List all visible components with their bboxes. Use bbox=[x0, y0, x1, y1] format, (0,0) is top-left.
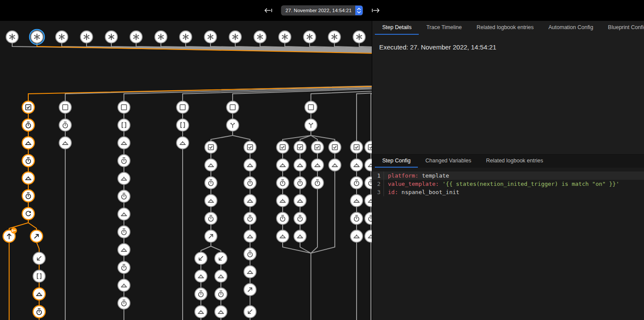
graph-node-timer[interactable] bbox=[118, 261, 130, 274]
graph-node-checkbox-blank[interactable] bbox=[118, 101, 130, 113]
graph-node-room-service[interactable] bbox=[118, 244, 130, 256]
graph-node-room-service[interactable] bbox=[277, 195, 289, 207]
graph-node-room-service[interactable] bbox=[350, 159, 363, 171]
graph-node-timer[interactable] bbox=[215, 288, 227, 300]
graph-node-timer[interactable] bbox=[244, 177, 256, 189]
tab-trace-timeline[interactable]: Trace Timeline bbox=[419, 21, 469, 35]
graph-node-refresh[interactable] bbox=[22, 208, 34, 220]
graph-node-call-split[interactable] bbox=[227, 119, 239, 131]
subtab-step-config[interactable]: Step Config bbox=[375, 155, 418, 168]
graph-node-checkbox-marked[interactable] bbox=[244, 141, 256, 153]
trigger-node[interactable] bbox=[155, 31, 167, 43]
graph-node-code-brackets[interactable] bbox=[177, 119, 189, 131]
graph-node-timer[interactable] bbox=[22, 119, 34, 131]
graph-node-arrow-bottom-left[interactable] bbox=[195, 252, 207, 264]
graph-node-room-service[interactable] bbox=[277, 230, 289, 242]
graph-node-room-service[interactable] bbox=[59, 137, 71, 149]
graph-node-code-brackets[interactable] bbox=[118, 119, 130, 131]
graph-node-room-service[interactable] bbox=[195, 270, 207, 282]
graph-node-timer[interactable] bbox=[244, 248, 256, 260]
graph-node-checkbox-marked[interactable] bbox=[329, 141, 341, 153]
graph-node-timer[interactable] bbox=[294, 177, 306, 189]
graph-node-room-service[interactable] bbox=[205, 159, 217, 171]
graph-node-timer[interactable] bbox=[277, 212, 289, 224]
graph-node-timer[interactable] bbox=[350, 212, 363, 224]
graph-node-timer[interactable] bbox=[22, 155, 34, 167]
graph-node-arrow-top-right[interactable] bbox=[205, 230, 217, 242]
graph-node-room-service[interactable] bbox=[215, 270, 227, 282]
graph-node-checkbox-blank[interactable] bbox=[59, 101, 71, 113]
trigger-node[interactable] bbox=[105, 31, 117, 43]
graph-node-arrow-top-right[interactable] bbox=[244, 284, 256, 296]
graph-node-room-service[interactable] bbox=[118, 172, 130, 185]
trigger-node[interactable] bbox=[80, 31, 93, 43]
trigger-node[interactable] bbox=[304, 31, 316, 43]
selected-trigger-node[interactable] bbox=[30, 30, 44, 44]
graph-node-room-service[interactable] bbox=[350, 230, 363, 242]
tab-blueprint-config[interactable]: Blueprint Config bbox=[601, 21, 644, 35]
tab-automation-config[interactable]: Automation Config bbox=[541, 21, 601, 35]
graph-node-room-service[interactable] bbox=[294, 230, 306, 242]
graph-node-room-service[interactable] bbox=[294, 159, 306, 171]
graph-node-room-service[interactable] bbox=[177, 137, 189, 149]
graph-node-room-service[interactable] bbox=[195, 306, 207, 318]
graph-node-room-service[interactable] bbox=[329, 159, 341, 171]
graph-node-room-service[interactable] bbox=[294, 195, 306, 207]
graph-node-timer[interactable] bbox=[118, 190, 130, 202]
graph-node-arrow-bottom-left[interactable] bbox=[244, 306, 256, 318]
graph-node-timer[interactable] bbox=[59, 119, 71, 131]
trigger-node[interactable] bbox=[254, 31, 266, 43]
trigger-node[interactable] bbox=[229, 31, 241, 43]
graph-node-timer[interactable] bbox=[33, 306, 45, 318]
graph-node-timer[interactable] bbox=[350, 177, 363, 189]
newer-trace-button[interactable] bbox=[370, 4, 382, 16]
graph-node-checkbox-marked[interactable] bbox=[350, 141, 363, 153]
graph-node-timer[interactable] bbox=[365, 177, 372, 189]
graph-node-room-service[interactable] bbox=[22, 172, 34, 184]
graph-node-room-service[interactable] bbox=[244, 159, 256, 171]
trigger-node[interactable] bbox=[180, 31, 192, 43]
graph-node-checkbox-marked[interactable] bbox=[294, 141, 306, 153]
graph-node-timer[interactable] bbox=[205, 212, 217, 224]
graph-node-room-service[interactable] bbox=[365, 195, 372, 207]
graph-node-timer[interactable] bbox=[294, 212, 306, 224]
graph-node-timer[interactable] bbox=[22, 190, 34, 202]
graph-node-room-service[interactable] bbox=[22, 137, 34, 149]
graph-node-arrow-bottom-left[interactable] bbox=[215, 252, 227, 264]
graph-node-timer[interactable] bbox=[205, 177, 217, 189]
graph-node-checkbox-blank[interactable] bbox=[227, 101, 239, 113]
graph-node-arrow-top-right[interactable] bbox=[30, 230, 43, 242]
trigger-node[interactable] bbox=[56, 31, 68, 43]
graph-node-room-service[interactable] bbox=[365, 159, 372, 171]
trigger-node[interactable] bbox=[279, 31, 291, 43]
graph-node-room-service[interactable] bbox=[365, 230, 372, 242]
graph-node-room-service[interactable] bbox=[244, 195, 256, 207]
graph-node-room-service[interactable] bbox=[350, 195, 363, 207]
graph-node-room-service[interactable] bbox=[311, 159, 324, 171]
trigger-node[interactable] bbox=[328, 31, 340, 43]
older-trace-button[interactable] bbox=[262, 4, 274, 16]
graph-node-checkbox-marked[interactable] bbox=[277, 141, 289, 153]
trigger-node[interactable] bbox=[204, 31, 217, 43]
trace-select[interactable]: 27. November 2022, 14:54:21 bbox=[281, 6, 362, 15]
graph-node-room-service[interactable] bbox=[118, 208, 130, 220]
subtab-changed-variables[interactable]: Changed Variables bbox=[418, 155, 478, 168]
yaml-code-editor[interactable]: 1platform: template2value_template: '{{ … bbox=[372, 168, 644, 196]
tab-step-details[interactable]: Step Details bbox=[375, 21, 419, 35]
graph-node-timer[interactable] bbox=[244, 212, 256, 224]
trigger-node[interactable] bbox=[353, 31, 365, 43]
graph-node-checkbox-marked[interactable] bbox=[311, 141, 324, 153]
subtab-related-logbook-entries[interactable]: Related logbook entries bbox=[479, 155, 551, 168]
graph-node-code-brackets[interactable] bbox=[33, 270, 45, 282]
tab-related-logbook-entries[interactable]: Related logbook entries bbox=[469, 21, 541, 35]
graph-node-timer[interactable] bbox=[277, 177, 289, 189]
graph-node-room-service[interactable] bbox=[33, 288, 45, 300]
graph-node-call-split[interactable] bbox=[305, 119, 317, 131]
graph-node-room-service[interactable] bbox=[244, 230, 256, 242]
graph-node-room-service[interactable] bbox=[118, 137, 130, 149]
trigger-node[interactable] bbox=[130, 31, 142, 43]
graph-node-arrow-up[interactable]: 9+ bbox=[3, 228, 17, 242]
graph-node-timer[interactable] bbox=[365, 212, 372, 224]
graph-node-timer[interactable] bbox=[118, 155, 130, 167]
graph-node-timer[interactable] bbox=[118, 226, 130, 238]
